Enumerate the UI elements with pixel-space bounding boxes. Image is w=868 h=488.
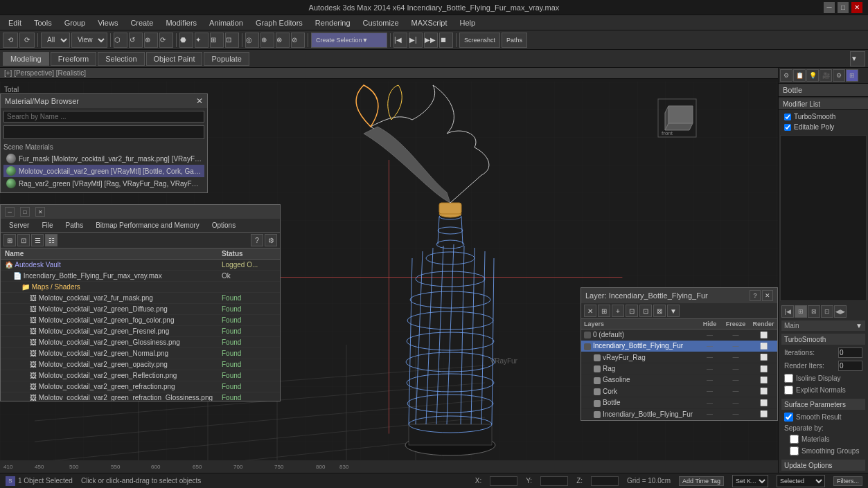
asset-row-2[interactable]: 📁 Maps / Shaders	[1, 282, 280, 293]
layer-close-btn[interactable]: ✕	[762, 290, 773, 301]
asset-tool-settings[interactable]: ⚙	[265, 234, 277, 246]
layer-row-6[interactable]: Bottle——⬜	[581, 397, 777, 408]
menu-views[interactable]: Views	[92, 17, 123, 28]
layer-row-0[interactable]: 0 (default)——⬜	[581, 329, 777, 341]
asset-panel-header[interactable]: ─ □ ✕	[1, 205, 280, 219]
asset-row-6[interactable]: 🖼 Molotov_cocktail_var2_green_Fresnel.pn…	[1, 326, 280, 337]
layer-tool-5[interactable]: ⊡	[639, 305, 652, 317]
modifier-turbosmooth[interactable]: TurboSmooth	[780, 111, 867, 122]
toolbar-icon-8[interactable]: ⊡	[225, 33, 239, 48]
menu-maxscript[interactable]: MAXScript	[406, 17, 453, 28]
menu-create[interactable]: Create	[125, 17, 159, 28]
collapse-arrow[interactable]: ▼	[856, 322, 862, 329]
toolbar-icon-13[interactable]: |◀	[393, 33, 407, 48]
asset-tab-bitmap[interactable]: Bitmap Performance and Memory	[90, 220, 205, 231]
toolbar-icon-7[interactable]: ⊞	[210, 33, 224, 48]
coord-x-input[interactable]	[490, 476, 517, 486]
minimize-button[interactable]: ─	[824, 2, 835, 13]
toolbar-icon-15[interactable]: ▶▶	[424, 33, 438, 48]
tab-modeling[interactable]: Modeling	[3, 52, 49, 66]
asset-row-12[interactable]: 🖼 Molotov_cocktail_var2_green_refraction…	[1, 392, 280, 401]
panel-icon-2[interactable]: 📋	[793, 69, 806, 82]
editablepoly-toggle[interactable]	[784, 124, 791, 131]
nav-btn-3[interactable]: ⊠	[808, 305, 820, 318]
view-dropdown[interactable]: All	[41, 33, 70, 48]
key-filter-dropdown[interactable]: Set K...	[732, 475, 768, 487]
render-iters-input[interactable]	[838, 361, 862, 371]
asset-tab-options[interactable]: Options	[206, 220, 241, 231]
asset-tool-help[interactable]: ?	[251, 234, 263, 246]
menu-customize[interactable]: Customize	[357, 17, 405, 28]
materials-toggle[interactable]	[790, 435, 799, 444]
layer-row-5[interactable]: Cork——⬜	[581, 386, 777, 397]
layer-row-7[interactable]: Incendiary_Bottle_Flying_Fur——⬜	[581, 408, 777, 419]
layer-row-3[interactable]: Rag——⬜	[581, 363, 777, 374]
asset-close-btn[interactable]: ✕	[35, 207, 45, 217]
filters-btn[interactable]: Filters...	[833, 476, 862, 486]
modifier-editable-poly[interactable]: Editable Poly	[780, 122, 867, 132]
view-type-dropdown[interactable]: View	[71, 33, 107, 48]
panel-icon-4[interactable]: 🎥	[820, 69, 832, 82]
menu-group[interactable]: Group	[59, 17, 91, 28]
asset-tab-file[interactable]: File	[36, 220, 58, 231]
layer-tool-7[interactable]: ▼	[667, 305, 680, 317]
iterations-input[interactable]	[838, 347, 862, 358]
layer-tool-2[interactable]: ⊞	[598, 305, 610, 317]
turbosmooth-toggle[interactable]	[784, 114, 791, 120]
toolbar-icon-9[interactable]: ◎	[245, 33, 259, 48]
toolbar-icon-14[interactable]: ▶|	[409, 33, 423, 48]
menu-help[interactable]: Help	[454, 17, 481, 28]
asset-row-11[interactable]: 🖼 Molotov_cocktail_var2_green_refraction…	[1, 381, 280, 392]
paths-button[interactable]: Paths	[502, 33, 527, 48]
undo-button[interactable]: ⟲	[3, 33, 18, 48]
toolbar-icon-4[interactable]: ⟳	[159, 33, 173, 48]
toolbar-icon-1[interactable]: ⬡	[114, 33, 127, 48]
layer-row-1[interactable]: Incendiary_Bottle_Flying_Fur——⬜	[581, 341, 777, 352]
tab-freeform[interactable]: Freeform	[51, 52, 97, 66]
panel-icon-3[interactable]: 💡	[806, 69, 819, 82]
mat-item-1[interactable]: Molotov_cocktail_var2_green [VRayMtl] [B…	[3, 165, 204, 177]
mat-search-input[interactable]	[3, 111, 204, 123]
toolbar-icon-10[interactable]: ⊕	[260, 33, 274, 48]
toolbar-icon-6[interactable]: ✦	[195, 33, 209, 48]
tab-selection[interactable]: Selection	[98, 52, 144, 66]
toolbar-icon-2[interactable]: ↺	[129, 33, 143, 48]
layer-help-btn[interactable]: ?	[750, 290, 761, 301]
nav-btn-1[interactable]: |◀	[781, 305, 794, 318]
layer-tool-1[interactable]: ✕	[584, 305, 596, 317]
layer-row-4[interactable]: Gasoline——⬜	[581, 374, 777, 386]
populate-settings-button[interactable]: ▼	[850, 51, 865, 66]
nav-btn-2[interactable]: ⊞	[795, 305, 807, 318]
add-time-tag-btn[interactable]: Add Time Tag	[679, 476, 724, 486]
asset-row-3[interactable]: 🖼 Molotov_cocktail_var2_fur_mask.pngFoun…	[1, 293, 280, 304]
menu-graph-editors[interactable]: Graph Editors	[250, 17, 308, 28]
asset-tool-1[interactable]: ⊞	[3, 234, 16, 246]
layer-tool-6[interactable]: ⊠	[653, 305, 666, 317]
tab-populate[interactable]: Populate	[204, 52, 249, 66]
close-button[interactable]: ✕	[851, 2, 862, 13]
asset-row-9[interactable]: 🖼 Molotov_cocktail_var2_green_opacity.pn…	[1, 359, 280, 370]
layer-tool-3[interactable]: +	[612, 305, 624, 317]
menu-tools[interactable]: Tools	[28, 17, 57, 28]
selection-filter-dropdown[interactable]: Selected	[777, 475, 825, 487]
mat-item-2[interactable]: Rag_var2_green [VRayMtl] [Rag, VRayFur_R…	[3, 177, 204, 190]
asset-row-4[interactable]: 🖼 Molotov_cocktail_var2_green_Diffuse.pn…	[1, 304, 280, 315]
maximize-button[interactable]: □	[838, 2, 849, 13]
mat-browser-header[interactable]: Material/Map Browser ✕	[1, 94, 207, 108]
toolbar-icon-12[interactable]: ⊘	[291, 33, 305, 48]
nav-btn-4[interactable]: ⊡	[821, 305, 833, 318]
redo-button[interactable]: ⟳	[19, 33, 35, 48]
panel-icon-5[interactable]: ⚙	[833, 69, 845, 82]
create-selection-button[interactable]: Create Selection▼	[311, 33, 387, 48]
explicit-normals-toggle[interactable]	[784, 386, 793, 395]
asset-row-5[interactable]: 🖼 Molotov_cocktail_var2_green_fog_color.…	[1, 315, 280, 326]
nav-btn-5[interactable]: ◀▶	[834, 305, 847, 318]
panel-icon-6[interactable]: ⊞	[846, 69, 858, 82]
layer-panel-header[interactable]: Layer: Incendiary_Bottle_Flying_Fur ? ✕	[581, 288, 777, 303]
asset-row-10[interactable]: 🖼 Molotov_cocktail_var2_green_Reflection…	[1, 370, 280, 381]
mat-browser-close[interactable]: ✕	[196, 96, 203, 106]
menu-rendering[interactable]: Rendering	[310, 17, 356, 28]
asset-tab-paths[interactable]: Paths	[60, 220, 89, 231]
asset-tool-4[interactable]: ☷	[45, 234, 57, 246]
layer-tool-4[interactable]: ⊡	[626, 305, 638, 317]
